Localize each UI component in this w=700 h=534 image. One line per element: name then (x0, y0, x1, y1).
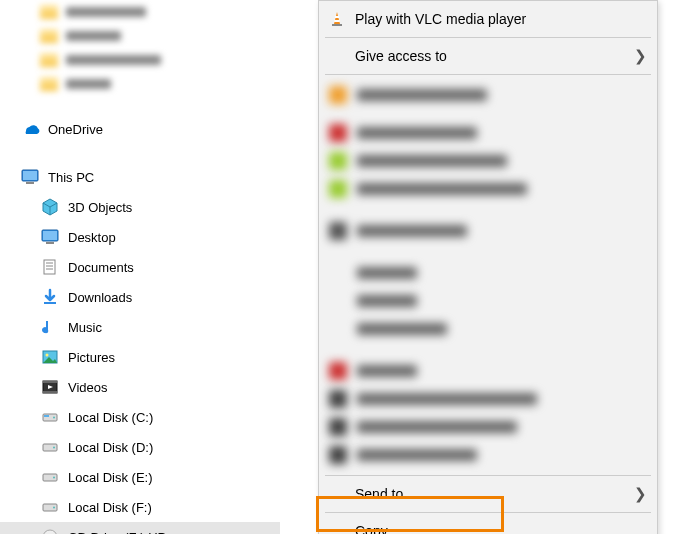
submenu-arrow-icon: ❯ (634, 485, 647, 503)
svg-rect-35 (332, 24, 342, 26)
sidebar-label: Local Disk (F:) (68, 500, 152, 515)
pictures-icon (40, 347, 60, 367)
sidebar-item-music[interactable]: Music (0, 312, 280, 342)
svg-rect-8 (44, 260, 55, 274)
menu-label: Send to (355, 486, 403, 502)
svg-rect-33 (335, 16, 339, 18)
menu-item-copy[interactable]: Copy (319, 513, 657, 534)
drive-icon (40, 497, 60, 517)
sidebar-item-local-disk-d[interactable]: Local Disk (D:) (0, 432, 280, 462)
drive-icon (40, 467, 60, 487)
sidebar-item-local-disk-c[interactable]: Local Disk (C:) (0, 402, 280, 432)
sidebar-item-downloads[interactable]: Downloads (0, 282, 280, 312)
sidebar-label: Music (68, 320, 102, 335)
3dobjects-icon (40, 197, 60, 217)
cd-drive-icon (40, 527, 60, 534)
navigation-pane: OneDrive This PC 3D Objects Desktop Docu… (0, 0, 280, 534)
sidebar-label: Downloads (68, 290, 132, 305)
sidebar-item-pictures[interactable]: Pictures (0, 342, 280, 372)
sidebar-label: Local Disk (D:) (68, 440, 153, 455)
submenu-arrow-icon: ❯ (634, 47, 647, 65)
desktop-icon (40, 227, 60, 247)
svg-point-13 (44, 329, 49, 334)
sidebar-label: CD Drive (Z:) UP (68, 530, 166, 535)
sidebar-label: 3D Objects (68, 200, 132, 215)
sidebar-label: Documents (68, 260, 134, 275)
menu-item-vlc[interactable]: Play with VLC media player (319, 1, 657, 37)
drive-icon (40, 407, 60, 427)
svg-point-29 (53, 507, 55, 509)
svg-point-25 (53, 447, 55, 449)
downloads-icon (40, 287, 60, 307)
sidebar-item-desktop[interactable]: Desktop (0, 222, 280, 252)
svg-point-27 (53, 477, 55, 479)
sidebar-item-documents[interactable]: Documents (0, 252, 280, 282)
svg-rect-34 (334, 20, 340, 22)
svg-rect-2 (26, 182, 34, 184)
sidebar-item-thispc[interactable]: This PC (0, 162, 280, 192)
menu-label: Play with VLC media player (355, 11, 526, 27)
context-menu: Play with VLC media player Give access t… (318, 0, 658, 534)
sidebar-item-local-disk-f[interactable]: Local Disk (F:) (0, 492, 280, 522)
menu-item-send-to[interactable]: Send to ❯ (319, 476, 657, 512)
sidebar-item-videos[interactable]: Videos (0, 372, 280, 402)
documents-icon (40, 257, 60, 277)
svg-rect-19 (43, 391, 57, 393)
svg-rect-7 (46, 242, 54, 244)
sidebar-label: Desktop (68, 230, 116, 245)
drive-icon (40, 437, 60, 457)
thispc-icon (20, 167, 40, 187)
sidebar-label: Local Disk (C:) (68, 410, 153, 425)
sidebar-label: Pictures (68, 350, 115, 365)
sidebar-item-cd-drive[interactable]: CD Drive (Z:) UP (0, 522, 280, 534)
menu-label: Copy (355, 523, 388, 534)
sidebar-label: Local Disk (E:) (68, 470, 153, 485)
menu-item-give-access[interactable]: Give access to ❯ (319, 38, 657, 74)
sidebar-label: Videos (68, 380, 108, 395)
svg-rect-22 (44, 415, 49, 417)
sidebar-label: This PC (48, 170, 94, 185)
sidebar-label: OneDrive (48, 122, 103, 137)
blurred-menu-group (319, 75, 657, 475)
sidebar-item-onedrive[interactable]: OneDrive (0, 114, 280, 144)
music-icon (40, 317, 60, 337)
blurred-folder-group (0, 0, 280, 96)
svg-point-23 (53, 417, 55, 419)
videos-icon (40, 377, 60, 397)
menu-label: Give access to (355, 48, 447, 64)
sidebar-item-3dobjects[interactable]: 3D Objects (0, 192, 280, 222)
svg-rect-6 (43, 231, 57, 240)
svg-point-15 (46, 354, 49, 357)
svg-point-30 (43, 530, 57, 534)
sidebar-item-local-disk-e[interactable]: Local Disk (E:) (0, 462, 280, 492)
vlc-icon (327, 9, 347, 29)
svg-rect-1 (23, 171, 37, 180)
onedrive-icon (20, 119, 40, 139)
svg-rect-18 (43, 381, 57, 383)
